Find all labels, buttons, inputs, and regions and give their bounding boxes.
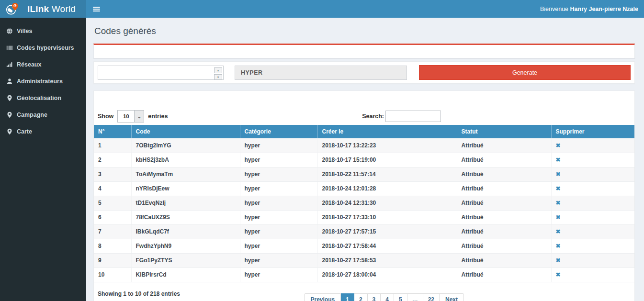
- cell-delete: ✖: [551, 138, 634, 153]
- cell-delete: ✖: [551, 167, 634, 181]
- cell-category: hyper: [240, 196, 317, 210]
- cell-created: 2018-10-27 17:58:53: [317, 253, 457, 268]
- search-control: Search:: [362, 111, 441, 122]
- sidebar-item-villes[interactable]: Villes: [0, 22, 86, 39]
- page-length-select[interactable]: 10 ⌄: [117, 110, 144, 123]
- cell-delete: ✖: [551, 268, 634, 282]
- sidebar-item-administrateurs[interactable]: Administrateurs: [0, 73, 86, 89]
- sidebar-item-reseaux[interactable]: Réseaux: [0, 56, 86, 73]
- quantity-stepper: ▲ ▼: [214, 67, 222, 78]
- cell-category: hyper: [240, 210, 317, 224]
- pagination-button-4[interactable]: 4: [381, 293, 394, 301]
- cell-delete: ✖: [551, 181, 634, 196]
- page-length-control: Show 10 ⌄ entries: [98, 110, 168, 123]
- app-logo[interactable]: $ iLink World: [0, 0, 86, 18]
- delete-x-icon[interactable]: ✖: [556, 214, 561, 221]
- delete-x-icon[interactable]: ✖: [556, 156, 561, 163]
- cell-created: 2018-10-17 13:22:23: [317, 138, 457, 153]
- page-title: Codes générés: [94, 26, 635, 36]
- delete-x-icon[interactable]: ✖: [556, 185, 561, 192]
- cell-code: 7OBtg2ImYG: [131, 138, 240, 153]
- cell-status: Attribué: [457, 196, 551, 210]
- pagination-button-5[interactable]: 5: [394, 293, 407, 301]
- chevron-down-icon: ⌄: [134, 111, 144, 122]
- cell-num: 8: [94, 239, 131, 253]
- cell-status: Attribué: [457, 153, 551, 167]
- stepper-up-icon[interactable]: ▲: [214, 67, 222, 73]
- column-header[interactable]: Catégorie: [240, 125, 317, 138]
- cell-num: 9: [94, 253, 131, 268]
- cell-code: nYRIsDjEew: [131, 181, 240, 196]
- pagination: Previous12345…22Next: [304, 293, 464, 301]
- table-row: 5tD1EvqNzIjhyper2018-10-24 12:31:30Attri…: [94, 196, 634, 210]
- sidebar-item-label: Villes: [17, 28, 32, 34]
- cell-num: 3: [94, 167, 131, 181]
- table-row: 8FwdhzYphN9hyper2018-10-27 17:58:44Attri…: [94, 239, 634, 253]
- column-header[interactable]: Code: [131, 125, 240, 138]
- sidebar-item-label: Administrateurs: [17, 78, 63, 85]
- cell-delete: ✖: [551, 210, 634, 224]
- cell-num: 10: [94, 268, 131, 282]
- pagination-button-previous[interactable]: Previous: [304, 293, 341, 301]
- sidebar-item-label: Réseaux: [17, 61, 41, 68]
- cell-delete: ✖: [551, 153, 634, 167]
- table-row: 17OBtg2ImYGhyper2018-10-17 13:22:23Attri…: [94, 138, 634, 153]
- cell-status: Attribué: [457, 138, 551, 153]
- table-row: 4nYRIsDjEewhyper2018-10-24 12:01:28Attri…: [94, 181, 634, 196]
- entries-info: Showing 1 to 10 of 218 entries: [98, 290, 180, 297]
- delete-x-icon[interactable]: ✖: [556, 257, 561, 264]
- cell-created: 2018-10-24 12:31:30: [317, 196, 457, 210]
- sidebar-item-campagne[interactable]: Campagne: [0, 106, 86, 123]
- column-header[interactable]: Statut: [457, 125, 551, 138]
- cell-code: kbHS2j3zbA: [131, 153, 240, 167]
- codes-table: N°CodeCatégorieCréer leStatutSupprimer 1…: [94, 125, 634, 282]
- cell-category: hyper: [240, 268, 317, 282]
- column-header[interactable]: Créer le: [317, 125, 457, 138]
- sidebar-item-label: Géolocalisation: [17, 95, 61, 101]
- pagination-button-next[interactable]: Next: [440, 293, 464, 301]
- cell-code: FGo1PyZTYS: [131, 253, 240, 268]
- entries-label: entries: [148, 113, 168, 120]
- cell-code: 78fCaUXZ9S: [131, 210, 240, 224]
- sidebar-item-label: Codes hyperviseurs: [17, 45, 74, 51]
- cell-category: hyper: [240, 239, 317, 253]
- table-controls: Show 10 ⌄ entries Search:: [94, 110, 634, 123]
- sidebar-item-carte[interactable]: Carte: [0, 123, 86, 140]
- sidebar-toggle-button[interactable]: [93, 6, 100, 12]
- sidebar-item-codes-hyperviseurs[interactable]: Codes hyperviseurs: [0, 39, 86, 56]
- delete-x-icon[interactable]: ✖: [556, 243, 561, 249]
- pagination-button-22[interactable]: 22: [423, 293, 440, 301]
- table-footer: Showing 1 to 10 of 218 entries Previous1…: [94, 282, 634, 301]
- stepper-down-icon[interactable]: ▼: [214, 74, 222, 80]
- signal-bars-icon: [6, 61, 17, 68]
- delete-x-icon[interactable]: ✖: [556, 142, 561, 149]
- delete-x-icon[interactable]: ✖: [556, 228, 561, 235]
- search-input[interactable]: [385, 111, 441, 122]
- quantity-input[interactable]: ▲ ▼: [98, 66, 224, 80]
- table-header-row: N°CodeCatégorieCréer leStatutSupprimer: [94, 125, 634, 138]
- cell-status: Attribué: [457, 268, 551, 282]
- pagination-button-1[interactable]: 1: [341, 293, 354, 301]
- column-header[interactable]: Supprimer: [551, 125, 634, 138]
- delete-x-icon[interactable]: ✖: [556, 271, 561, 278]
- category-input: [235, 66, 407, 80]
- sidebar-item-geolocalisation[interactable]: Géolocalisation: [0, 89, 86, 106]
- cell-created: 2018-10-27 17:57:15: [317, 224, 457, 239]
- cell-category: hyper: [240, 253, 317, 268]
- cell-code: tD1EvqNzIj: [131, 196, 240, 210]
- generate-form: ▲ ▼ Generate: [93, 61, 635, 84]
- pagination-button-3[interactable]: 3: [368, 293, 381, 301]
- globe-pin-logo-icon: $: [5, 1, 20, 16]
- delete-x-icon[interactable]: ✖: [556, 171, 561, 178]
- column-header[interactable]: N°: [94, 125, 131, 138]
- delete-x-icon[interactable]: ✖: [556, 200, 561, 206]
- top-bar: $ iLink World Bienvenue Hanry Jean-pierr…: [0, 0, 644, 18]
- cell-status: Attribué: [457, 181, 551, 196]
- cell-status: Attribué: [457, 253, 551, 268]
- cell-created: 2018-10-22 11:57:14: [317, 167, 457, 181]
- pagination-button-2[interactable]: 2: [354, 293, 368, 301]
- cell-delete: ✖: [551, 239, 634, 253]
- generate-button[interactable]: Generate: [419, 65, 631, 80]
- cell-category: hyper: [240, 153, 317, 167]
- cell-delete: ✖: [551, 253, 634, 268]
